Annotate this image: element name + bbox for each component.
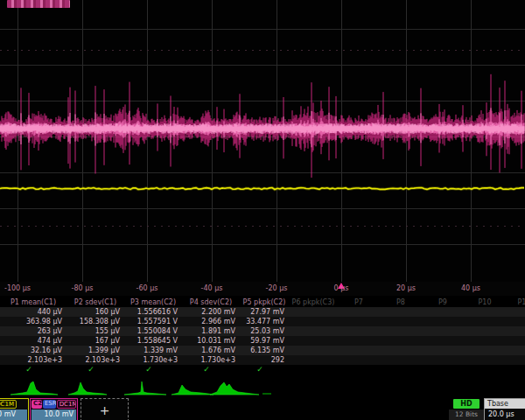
measurement-header[interactable]: P9 [422, 298, 464, 307]
measurement-value: 160 µV [66, 307, 124, 317]
measurement-value [506, 317, 525, 326]
histicon [68, 382, 107, 395]
c2-coupling-badge: DC1M [57, 400, 76, 409]
measurement-value [464, 355, 506, 365]
measurement-value [422, 317, 464, 326]
c2-channel-badge: C2 [32, 400, 42, 409]
channel-c2-descriptor[interactable]: C2 ESR DC1M 10.0 mV [30, 398, 78, 420]
measurement-value: 1.891 mV [182, 326, 240, 336]
measurement-value: 292 [240, 355, 289, 365]
measurement-value: 2.103e+3 [0, 355, 66, 365]
measurement-value [464, 336, 506, 346]
add-trace-button[interactable]: + [80, 398, 129, 420]
measurement-value [506, 346, 525, 355]
measurement-value: 1.399 µV [66, 346, 124, 355]
measurement-value [422, 307, 464, 317]
hd-bits-label: 12 Bits [449, 410, 484, 420]
measurement-value [289, 346, 338, 355]
measurement-value: 1.557591 V [124, 317, 182, 326]
measurement-value: 1.676 mV [182, 346, 240, 355]
measurement-header[interactable]: P4 sdev(C2) [182, 298, 240, 307]
measurement-header[interactable]: P8 [380, 298, 422, 307]
measurement-value: 1.730e+3 [182, 355, 240, 365]
c2-volts-per-div: 10.0 mV [32, 410, 76, 420]
measurement-value [422, 355, 464, 365]
measurement-value [506, 336, 525, 346]
measurement-value: 2.103e+3 [66, 355, 124, 365]
measurement-value: 440 µV [0, 307, 66, 317]
measurement-table: P1 mean(C1)P2 sdev(C1)P3 mean(C2)P4 sdev… [0, 298, 525, 374]
measurement-status-check: ✓ [0, 365, 66, 374]
table-row: 363.98 µV158.308 µV1.557591 V2.966 mV33.… [0, 317, 525, 326]
measurement-header[interactable]: P2 sdev(C1) [66, 298, 124, 307]
c1-volts-per-div: 0 mV [0, 410, 27, 420]
measurement-value [338, 307, 380, 317]
measurement-value: 1.558645 V [124, 336, 182, 346]
measurement-value [506, 355, 525, 365]
timebase-value: 20.0 µs [485, 409, 525, 420]
measurement-header[interactable]: P10 [464, 298, 506, 307]
measurement-value [289, 336, 338, 346]
table-row: 32.16 µV1.399 µV1.339 mV1.676 mV6.135 mV [0, 346, 525, 355]
measurement-value: 33.477 mV [240, 317, 289, 326]
measurement-value: 2.966 mV [182, 317, 240, 326]
measurement-header[interactable]: P6 pkpk(C3) [289, 298, 338, 307]
measurement-value [464, 317, 506, 326]
measurement-value [338, 336, 380, 346]
bottom-bar: DC1M 0 mV C2 ESR DC1M 10.0 mV + HD 12 Bi… [0, 398, 525, 420]
measurement-value: 6.135 mV [240, 346, 289, 355]
time-axis-label: -80 µs [72, 284, 94, 292]
histicon [172, 385, 214, 395]
measurement-header[interactable]: P1 mean(C1) [0, 298, 66, 307]
measurement-value [464, 326, 506, 336]
measurement-header[interactable]: P11 [506, 298, 525, 307]
measurement-value [338, 355, 380, 365]
measurement-value [506, 307, 525, 317]
time-axis-label: 40 µs [461, 284, 480, 292]
measurement-status-check: ✓ [182, 365, 240, 374]
time-axis-label: -40 µs [201, 284, 223, 292]
waveform-traces [0, 0, 525, 282]
measurement-value [464, 346, 506, 355]
measurement-value: 1.730e+3 [124, 355, 182, 365]
measurement-value [289, 307, 338, 317]
measurement-value: 155 µV [66, 326, 124, 336]
measurement-value [422, 346, 464, 355]
table-row: 474 µV167 µV1.558645 V10.031 mV59.97 mV [0, 336, 525, 346]
histicon [210, 382, 259, 395]
measurement-value [422, 336, 464, 346]
measurement-value [338, 317, 380, 326]
c1-coupling-badge: DC1M [0, 400, 17, 409]
measurement-value: 167 µV [66, 336, 124, 346]
measurement-value [289, 326, 338, 336]
histicon [124, 382, 166, 395]
c2-esr-badge: ESR [43, 400, 56, 409]
measurement-value [380, 326, 422, 336]
measurement-value: 474 µV [0, 336, 66, 346]
measurement-value [289, 317, 338, 326]
time-axis-label: -60 µs [136, 284, 158, 292]
measurement-header[interactable]: P7 [338, 298, 380, 307]
waveform-graticule [0, 0, 525, 282]
measurement-value: 1.550084 V [124, 326, 182, 336]
time-axis: -100 µs-80 µs-60 µs-40 µs-20 µs0 µs20 µs… [0, 282, 525, 296]
measurement-value [422, 326, 464, 336]
measurement-value: 59.97 mV [240, 336, 289, 346]
measurement-value: 1.556616 V [124, 307, 182, 317]
measurement-value: 1.339 mV [124, 346, 182, 355]
measurement-header[interactable]: P3 mean(C2) [124, 298, 182, 307]
channel-c1-descriptor[interactable]: DC1M 0 mV [0, 398, 29, 420]
measurement-status-check: ✓ [124, 365, 182, 374]
table-row: P1 mean(C1)P2 sdev(C1)P3 mean(C2)P4 sdev… [0, 298, 525, 307]
time-axis-label: -100 µs [4, 284, 31, 292]
timebase-descriptor[interactable]: Tbase 20.0 µs [484, 398, 525, 420]
measurement-status-check: ✓ [66, 365, 124, 374]
measurement-status-check: ✓ [240, 365, 289, 374]
measurement-value: 2.200 mV [182, 307, 240, 317]
measurement-value [380, 346, 422, 355]
measurement-value [380, 317, 422, 326]
measurement-header[interactable]: P5 pkpk(C2) [240, 298, 289, 307]
measurement-value: 25.03 mV [240, 326, 289, 336]
measurement-value [380, 355, 422, 365]
measurement-value: 158.308 µV [66, 317, 124, 326]
